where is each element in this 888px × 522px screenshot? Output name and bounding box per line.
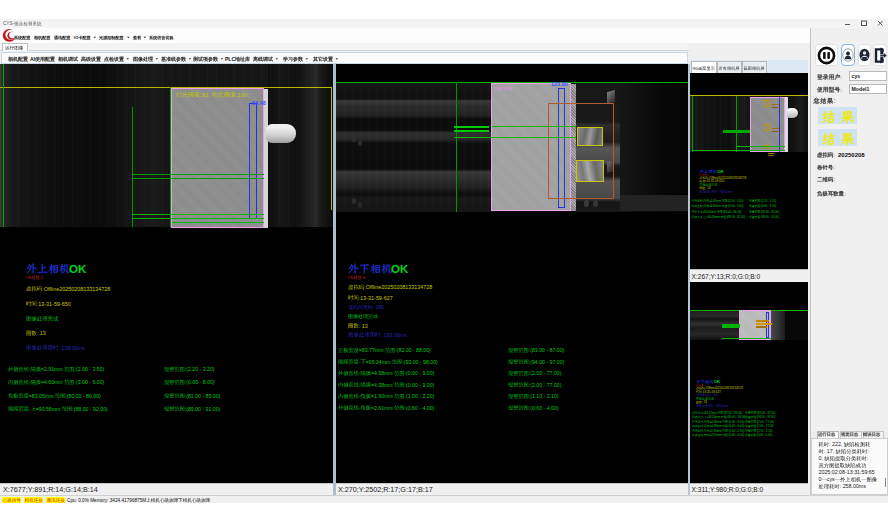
svg-text::(1.00 - 2.20): :(1.00 - 2.20) xyxy=(405,393,435,399)
svg-text::(0.00 - 8.00): :(0.00 - 8.00) xyxy=(760,204,776,208)
svg-text:123.80: 123.80 xyxy=(551,81,568,87)
svg-text:X:7677;Y:891;R:14;G:14;B:14: X:7677;Y:891;R:14;G:14;B:14 xyxy=(3,485,98,494)
svg-text:: 13: : 13 xyxy=(706,186,711,190)
svg-text:Model1: Model1 xyxy=(852,86,870,92)
svg-text::(93.00 - 98.00): :(93.00 - 98.00) xyxy=(727,415,746,419)
svg-text:-: - xyxy=(359,359,361,365)
svg-text:CYS-: CYS- xyxy=(3,21,14,26)
svg-text:53.48: 53.48 xyxy=(252,100,266,106)
svg-text:AI: AI xyxy=(702,393,705,397)
svg-text:-: - xyxy=(703,215,704,219)
svg-text:=90.56mm: =90.56mm xyxy=(706,215,720,219)
svg-text::(81.00 - 85.00): :(81.00 - 85.00) xyxy=(760,210,779,214)
svg-text:AI: AI xyxy=(30,56,36,62)
svg-text::1: :1 xyxy=(40,275,44,280)
svg-text::(82.00 - 88.00): :(82.00 - 88.00) xyxy=(723,411,742,415)
svg-text::(80.00 - 86.00): :(80.00 - 86.00) xyxy=(722,210,741,214)
svg-text::: : xyxy=(833,152,835,158)
svg-text::Offline20250208133134728: :Offline20250208133134728 xyxy=(364,284,432,290)
svg-text::(83.00 - 87.00): :(83.00 - 87.00) xyxy=(529,347,565,353)
svg-text::(2.00 - 3.50): :(2.00 - 3.50) xyxy=(75,366,105,372)
svg-text:: 13: : 13 xyxy=(37,330,46,336)
svg-text::13-31-59-650: :13-31-59-650 xyxy=(706,179,725,183)
svg-text:-: - xyxy=(703,199,704,203)
svg-text:-: - xyxy=(703,415,704,419)
svg-text::(1.00 - 2.20): :(1.00 - 2.20) xyxy=(728,429,744,433)
svg-text:-: - xyxy=(703,420,704,424)
svg-text:=2.61mm: =2.61mm xyxy=(371,405,393,411)
svg-text:: 166: : 166 xyxy=(711,393,718,397)
svg-text::(3.00 - 6.00): :(3.00 - 6.00) xyxy=(727,204,743,208)
svg-text::100: :100 xyxy=(236,92,248,98)
svg-text:-: - xyxy=(29,366,31,372)
svg-text::93,: :93, xyxy=(200,92,210,98)
svg-text:: 238.00ms: : 238.00ms xyxy=(718,190,733,194)
svg-text:: 222,: : 222, xyxy=(829,441,842,447)
svg-text::(94.00 - 97.00): :(94.00 - 97.00) xyxy=(756,415,775,419)
svg-text:: 166: : 166 xyxy=(373,304,384,310)
svg-text::(80.00 - 86.00): :(80.00 - 86.00) xyxy=(65,393,101,399)
svg-text:-: - xyxy=(359,405,361,411)
svg-text:OK: OK xyxy=(714,379,721,384)
svg-text:X:270;Y:2502;R:17;G:17;B:17: X:270;Y:2502;R:17;G:17;B:17 xyxy=(338,485,433,494)
svg-text:cys: cys xyxy=(852,73,861,79)
svg-text::(0.00 - 8.00): :(0.00 - 8.00) xyxy=(185,379,215,385)
svg-text:: 183.00ms: : 183.00ms xyxy=(714,404,729,408)
svg-text::: : xyxy=(840,74,842,80)
svg-text:: 17,: : 17, xyxy=(824,448,834,454)
svg-text:=1.90mm: =1.90mm xyxy=(710,429,722,433)
svg-text:=90.56mm: =90.56mm xyxy=(36,406,61,412)
svg-text:IO: IO xyxy=(74,35,79,40)
svg-text:OK: OK xyxy=(717,169,724,174)
svg-text::: : xyxy=(867,455,868,461)
svg-text:-: - xyxy=(703,424,704,428)
svg-text:0: 0 xyxy=(819,476,822,482)
svg-text:-: - xyxy=(29,406,31,412)
svg-text::(0.00 - 9.00): :(0.00 - 9.00) xyxy=(728,420,744,424)
svg-text:=2.91mm: =2.91mm xyxy=(709,199,721,203)
svg-text::(0.60 - 4.00): :(0.60 - 4.00) xyxy=(529,405,559,411)
svg-text::13-31-59-650: :13-31-59-650 xyxy=(37,301,71,307)
svg-text::0: :0 xyxy=(362,275,366,280)
svg-text:cys: cys xyxy=(827,476,835,482)
svg-text:=2.61mm: =2.61mm xyxy=(710,433,722,437)
svg-text:OK: OK xyxy=(69,263,87,275)
svg-text:=83.05mm: =83.05mm xyxy=(29,393,54,399)
svg-text:AI: AI xyxy=(358,304,363,310)
svg-text::: : xyxy=(840,87,842,93)
svg-text:=4.38mm: =4.38mm xyxy=(710,424,722,428)
svg-text:-: - xyxy=(359,370,361,376)
svg-text:OK: OK xyxy=(391,263,409,275)
svg-text:20250208: 20250208 xyxy=(838,152,865,158)
svg-text::(89.00 - 91.00): :(89.00 - 91.00) xyxy=(185,406,221,412)
svg-text::(83.00 - 87.00): :(83.00 - 87.00) xyxy=(756,411,775,415)
svg-text:=83.77mm: =83.77mm xyxy=(359,347,384,353)
svg-text:=4.60mm: =4.60mm xyxy=(41,379,63,385)
svg-text:-: - xyxy=(703,429,704,433)
svg-text:: 13: : 13 xyxy=(359,323,368,329)
svg-text:2025:02:08-13:31:59:65: 2025:02:08-13:31:59:65 xyxy=(819,469,875,475)
svg-text:: 183.00ms: : 183.00ms xyxy=(380,332,407,338)
svg-text::: : xyxy=(833,164,835,170)
svg-text:Cpu: 0.0% Memory: 3424.41796: Cpu: 0.0% Memory: 3424.41796875M xyxy=(67,498,146,503)
svg-text::(2.00 - 77.00): :(2.00 - 77.00) xyxy=(529,382,562,388)
svg-text:=83.05mm: =83.05mm xyxy=(703,210,717,214)
svg-text:=2.91mm: =2.91mm xyxy=(41,366,63,372)
svg-text::(89.00 - 91.00): :(89.00 - 91.00) xyxy=(760,215,779,219)
svg-text:=83.77mm: =83.77mm xyxy=(703,411,717,415)
svg-text::(1.10 - 2.10): :(1.10 - 2.10) xyxy=(529,393,559,399)
svg-text::(2.20 - 3.20): :(2.20 - 3.20) xyxy=(760,199,776,203)
svg-text::(0.00 - 9.00): :(0.00 - 9.00) xyxy=(405,382,435,388)
svg-text::(0.60 - 4.00): :(0.60 - 4.00) xyxy=(728,433,744,437)
svg-text:=4.38mm: =4.38mm xyxy=(371,382,393,388)
svg-text::(1.10 - 2.10): :(1.10 - 2.10) xyxy=(756,429,772,433)
svg-text:-: - xyxy=(703,433,704,437)
svg-text::(82.00 - 88.00): :(82.00 - 88.00) xyxy=(395,347,431,353)
svg-text::Offline20250208133134728: :Offline20250208133134728 xyxy=(42,286,110,292)
svg-text::(2.00 - 77.00): :(2.00 - 77.00) xyxy=(756,424,774,428)
svg-text:: 258.00ms: : 258.00ms xyxy=(840,483,867,489)
svg-text::(93.00 - 98.00): :(93.00 - 98.00) xyxy=(402,359,438,365)
svg-text::(88.00 - 92.00): :(88.00 - 92.00) xyxy=(72,406,108,412)
svg-text:=4.60mm: =4.60mm xyxy=(709,204,721,208)
svg-text:=1.90mm: =1.90mm xyxy=(371,393,393,399)
